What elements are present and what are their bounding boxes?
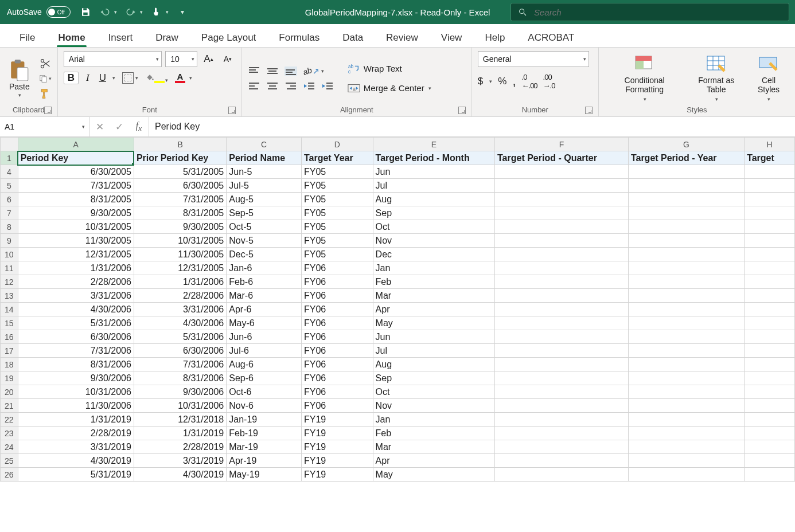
cell[interactable]: 8/31/2005 [134,206,226,220]
cell[interactable] [495,427,629,440]
align-left-icon[interactable] [248,81,260,91]
tab-review[interactable]: Review [375,32,430,47]
cell[interactable] [628,193,744,206]
italic-button[interactable]: I [82,72,93,84]
row-header[interactable]: 4 [1,165,18,179]
cell[interactable]: Mar [373,289,494,303]
cell[interactable]: 5/31/2006 [134,330,226,344]
cell[interactable]: 2/28/2019 [134,440,226,454]
cell[interactable] [495,440,629,454]
cell[interactable]: 7/31/2006 [134,358,226,371]
cell[interactable]: Feb [373,275,494,289]
touch-mode-icon[interactable] [151,6,162,18]
cell[interactable] [495,330,629,344]
search-input[interactable] [533,7,782,18]
cell[interactable] [745,179,795,193]
cell[interactable]: FY05 [301,220,373,234]
cell[interactable] [745,413,795,427]
cell[interactable]: FY06 [301,330,373,344]
cell[interactable]: 11/30/2006 [18,399,134,413]
header-cell[interactable]: Target Period - Year [628,151,744,165]
cell[interactable] [745,330,795,344]
cell[interactable] [628,454,744,468]
row-header[interactable]: 26 [1,468,18,482]
row-header[interactable]: 14 [1,303,18,316]
paste-button[interactable]: Paste ▾ [6,57,33,100]
merge-center-button[interactable]: a Merge & Center ▾ [348,83,431,94]
align-top-icon[interactable] [248,66,260,76]
row-header[interactable]: 8 [1,220,18,234]
cell[interactable]: Aug-5 [227,193,302,206]
accept-formula-icon[interactable]: ✓ [110,121,129,133]
cell[interactable]: FY05 [301,165,373,179]
header-cell[interactable]: Prior Period Key [134,151,226,165]
cell[interactable]: 10/31/2005 [18,220,134,234]
cell[interactable]: 4/30/2019 [134,468,226,482]
cell[interactable] [628,413,744,427]
cell[interactable]: 5/31/2005 [134,165,226,179]
cell[interactable]: 9/30/2005 [134,220,226,234]
cell[interactable]: Oct [373,385,494,399]
cell[interactable]: FY06 [301,275,373,289]
row-header[interactable]: 9 [1,234,18,248]
cell[interactable] [628,427,744,440]
cell[interactable]: 9/30/2005 [18,206,134,220]
decrease-indent-icon[interactable] [303,81,315,91]
qat-customize-icon[interactable]: ▾ [177,6,188,18]
cell[interactable]: Sep-5 [227,206,302,220]
cell[interactable]: Mar [373,440,494,454]
row-header[interactable]: 16 [1,330,18,344]
cell[interactable] [495,371,629,385]
grow-font-button[interactable]: A▴ [201,51,217,67]
tab-page-layout[interactable]: Page Layout [190,32,267,47]
row-header[interactable]: 20 [1,385,18,399]
tab-acrobat[interactable]: ACROBAT [516,32,586,47]
worksheet-grid[interactable]: ABCDEFGH1Period KeyPrior Period KeyPerio… [0,137,795,532]
cell[interactable]: Jan [373,261,494,275]
column-header[interactable]: E [373,138,494,151]
cell[interactable]: 2/28/2019 [18,427,134,440]
cell[interactable]: 3/31/2019 [18,440,134,454]
cell[interactable] [745,165,795,179]
cell[interactable]: FY05 [301,193,373,206]
cell[interactable] [745,220,795,234]
cell[interactable]: Dec [373,248,494,261]
cell[interactable]: 6/30/2006 [134,344,226,358]
cell[interactable]: FY06 [301,303,373,316]
increase-decimal-button[interactable]: .0←.00 [522,73,537,90]
font-color-button[interactable]: A [175,73,185,83]
cell[interactable] [745,303,795,316]
cell[interactable]: 1/31/2019 [134,427,226,440]
cell[interactable]: FY06 [301,261,373,275]
cell[interactable]: 10/31/2005 [134,234,226,248]
cell[interactable]: Jul [373,179,494,193]
cell[interactable]: 8/31/2006 [134,371,226,385]
header-cell[interactable]: Period Key [18,151,134,165]
search-box[interactable] [510,3,789,21]
cell[interactable]: FY06 [301,358,373,371]
cell[interactable] [628,303,744,316]
cell[interactable] [745,275,795,289]
cell[interactable]: Jun [373,330,494,344]
cell[interactable]: May [373,468,494,482]
cell[interactable]: Apr-19 [227,454,302,468]
header-cell[interactable]: Target Period - Quarter [495,151,629,165]
cell-styles-button[interactable]: Cell Styles▾ [748,55,789,102]
cell[interactable]: FY05 [301,248,373,261]
cell[interactable] [495,413,629,427]
borders-button[interactable]: ▾ [122,72,138,84]
cell[interactable]: FY05 [301,234,373,248]
cell[interactable]: Jan-19 [227,413,302,427]
cell[interactable] [495,316,629,330]
cell[interactable]: 11/30/2005 [18,234,134,248]
tab-formulas[interactable]: Formulas [267,32,331,47]
cell[interactable]: 12/31/2005 [18,248,134,261]
fill-color-button[interactable]: ▾ [145,73,168,83]
cell[interactable]: Aug [373,358,494,371]
cell[interactable]: FY06 [301,289,373,303]
cell[interactable]: Oct-6 [227,385,302,399]
cell[interactable]: 5/31/2019 [18,468,134,482]
cell[interactable] [628,179,744,193]
column-header[interactable]: F [495,138,629,151]
cell[interactable]: Nov [373,234,494,248]
